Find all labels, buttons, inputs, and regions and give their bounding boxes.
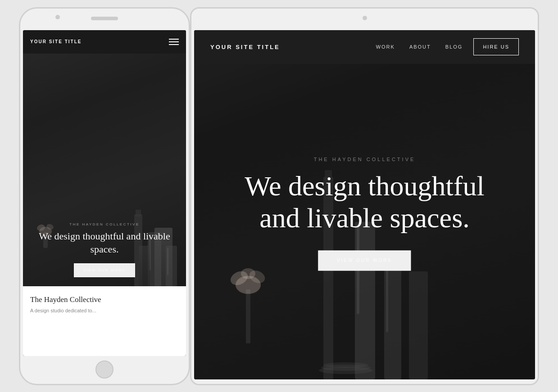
mobile-site-title: YOUR SITE TITLE	[30, 39, 82, 44]
desktop-navbar: YOUR SITE TITLE WORK ABOUT BLOG HIRE US	[194, 30, 535, 64]
mobile-screen: YOUR SITE TITLE	[23, 30, 186, 356]
mobile-cta-button[interactable]: VIEW OUR WORK	[74, 263, 135, 277]
desktop-nav: WORK ABOUT BLOG	[376, 44, 463, 50]
hire-us-button[interactable]: HIRE US	[473, 38, 519, 55]
mobile-headline: We design thoughtful and livable spaces.	[32, 230, 177, 256]
mobile-hero: THE HAYDEN COLLECTIVE We design thoughtf…	[23, 30, 186, 286]
desktop-site-title: YOUR SITE TITLE	[210, 44, 376, 50]
desktop-device: YOUR SITE TITLE WORK ABOUT BLOG HIRE US …	[190, 7, 539, 385]
desktop-hero: YOUR SITE TITLE WORK ABOUT BLOG HIRE US …	[194, 30, 535, 379]
mobile-topbar: YOUR SITE TITLE	[23, 30, 186, 54]
home-button[interactable]	[95, 360, 113, 378]
nav-work[interactable]: WORK	[376, 44, 395, 50]
svg-rect-5	[136, 210, 141, 216]
nav-blog[interactable]: BLOG	[445, 44, 463, 50]
svg-rect-16	[409, 271, 428, 379]
desktop-screen: YOUR SITE TITLE WORK ABOUT BLOG HIRE US …	[194, 30, 535, 379]
mobile-bottom-text: A design studio dedicated to...	[30, 307, 179, 315]
desktop-hero-content: THE HAYDEN COLLECTIVE We design thoughtf…	[211, 157, 518, 271]
camera-dot	[55, 15, 60, 19]
mobile-bottom-section: The Hayden Collective A design studio de…	[23, 286, 186, 356]
hamburger-icon[interactable]	[169, 39, 179, 45]
desktop-camera-dot	[363, 16, 367, 20]
svg-rect-20	[246, 289, 250, 343]
mobile-device: YOUR SITE TITLE	[19, 7, 190, 385]
mobile-subtitle: THE HAYDEN COLLECTIVE	[32, 222, 177, 226]
desktop-subtitle: THE HAYDEN COLLECTIVE	[211, 157, 518, 162]
desktop-cta-button[interactable]: VIEW OUR WORK	[318, 251, 411, 271]
speaker-bar	[91, 17, 118, 20]
nav-about[interactable]: ABOUT	[409, 44, 431, 50]
svg-point-19	[323, 362, 368, 368]
mobile-bottom-title: The Hayden Collective	[30, 295, 179, 304]
mobile-hero-content: THE HAYDEN COLLECTIVE We design thoughtf…	[23, 222, 186, 277]
desktop-headline: We design thoughtful and livable spaces.	[211, 170, 518, 234]
